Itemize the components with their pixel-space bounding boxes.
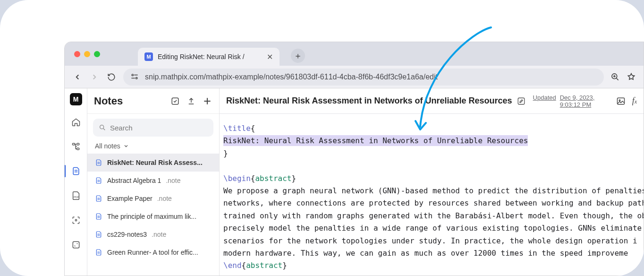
svg-point-36 [619,100,620,101]
svg-point-2 [136,77,137,78]
svg-rect-35 [617,98,624,104]
url-text: snip.mathpix.com/mathpix-example/notes/9… [145,73,597,81]
svg-point-16 [76,243,77,244]
function-icon[interactable]: fx [632,96,637,106]
app-logo-icon[interactable] [70,93,82,105]
svg-rect-10 [76,148,79,149]
svg-rect-34 [518,98,525,104]
reload-button[interactable] [106,72,117,82]
note-label: Example Paper [107,195,153,202]
note-label: Green Runner- A tool for effic... [107,249,198,256]
file-icon [95,195,102,202]
add-note-button[interactable] [202,96,212,106]
bookmark-star-icon[interactable] [627,72,636,82]
file-icon [95,177,102,184]
file-icon [95,249,102,256]
tex-abstract-arg: abstract [246,261,282,270]
tex-title-cmd: \title [223,124,251,133]
back-button[interactable] [72,72,83,82]
tab-title: Editing RiskNet: Neural Risk / [158,53,245,60]
forward-button[interactable] [89,72,100,82]
edit-title-icon[interactable] [517,97,525,105]
all-notes-label: All notes [95,142,120,150]
svg-point-14 [75,219,76,221]
svg-rect-9 [76,143,79,145]
updated-time: Dec 9, 2023, 9:03:12 PM [560,94,611,108]
archive-icon[interactable] [68,237,84,253]
chevron-down-icon [123,143,129,149]
svg-point-0 [132,74,133,76]
minimize-window-icon[interactable] [84,51,90,57]
document-title: RiskNet: Neural Risk Assessment in Netwo… [226,96,512,106]
tab-favicon-icon [144,52,153,61]
browser-toolbar: snip.mathpix.com/mathpix-example/notes/9… [65,66,644,88]
close-window-icon[interactable] [74,51,80,57]
title-text-highlight: RiskNet: Neural Risk Assessment in Netwo… [223,135,528,146]
brace-open: { [251,124,255,133]
select-mode-icon[interactable] [170,96,180,106]
icon-rail: PDF [65,88,87,276]
note-list-item[interactable]: Green Runner- A tool for effic... [87,243,219,261]
zoom-icon[interactable] [610,72,620,82]
note-list-item[interactable]: Abstract Algebra 1.note [87,172,219,190]
home-icon[interactable] [68,114,84,130]
editor-panel: RiskNet: Neural Risk Assessment in Netwo… [220,88,644,276]
notes-head: Notes [87,88,219,114]
svg-line-21 [103,129,105,130]
search-input[interactable]: Search [93,119,213,137]
tab-close-icon[interactable]: ✕ [267,52,273,61]
search-placeholder: Search [110,124,133,132]
browser-tab-active[interactable]: Editing RiskNet: Neural Risk / ✕ [138,48,280,66]
abstract-body: We propose a graph neural network (GNN)-… [223,186,644,258]
upload-icon[interactable] [186,96,196,106]
tab-strip: Editing RiskNet: Neural Risk / ✕ ＋ [65,42,644,66]
note-label: cs229-notes3 [107,231,147,238]
notes-icon[interactable] [68,163,84,179]
brace-close: } [282,261,287,270]
site-settings-icon[interactable] [130,72,140,82]
svg-text:PDF: PDF [73,196,79,198]
url-bar[interactable]: snip.mathpix.com/mathpix-example/notes/9… [123,69,604,86]
note-suffix: .note [166,177,180,184]
all-notes-dropdown[interactable]: All notes [87,140,219,154]
toolbar-right [610,72,636,82]
notes-panel: Notes Search All notes [87,88,220,276]
brace-open: { [251,174,255,183]
maximize-window-icon[interactable] [94,51,100,57]
new-tab-button[interactable]: ＋ [291,49,305,63]
updated-meta[interactable]: Updated Dec 9, 2023, 9:03:12 PM [533,94,611,108]
note-list-item[interactable]: RiskNet: Neural Risk Assess... [87,154,219,172]
note-list-item[interactable]: cs229-notes3.note [87,225,219,243]
brace-close: } [223,149,228,158]
note-list-item[interactable]: The principle of maximum lik... [87,207,219,225]
app-area: PDF Notes [65,88,644,276]
notes-title: Notes [94,95,164,107]
window-controls [74,51,100,57]
code-area[interactable]: \title{ RiskNet: Neural Risk Assessment … [220,114,644,276]
file-icon [95,231,102,238]
image-icon[interactable] [616,96,626,106]
note-label: Abstract Algebra 1 [107,177,161,184]
svg-line-5 [617,78,619,80]
editor-head-right: fx [616,96,637,106]
note-label: The principle of maximum lik... [107,213,196,220]
brace-open: { [242,261,246,270]
tex-end-cmd: \end [223,261,242,270]
page-frame: Editing RiskNet: Neural Risk / ✕ ＋ snip.… [0,0,644,276]
brace-close: } [292,174,297,183]
tex-abstract-arg: abstract [255,174,291,183]
browser-window: Editing RiskNet: Neural Risk / ✕ ＋ snip.… [64,42,644,276]
note-suffix: .note [157,195,172,202]
tex-begin-cmd: \begin [223,174,251,183]
note-list-item[interactable]: Example Paper.note [87,190,219,207]
tree-icon[interactable] [68,138,84,155]
svg-point-20 [100,125,104,129]
svg-rect-17 [172,98,178,104]
updated-label: Updated [533,94,556,108]
note-list: RiskNet: Neural Risk Assess... Abstract … [87,154,219,261]
svg-rect-8 [72,143,75,145]
editor-head: RiskNet: Neural Risk Assessment in Netwo… [220,88,644,114]
scan-icon[interactable] [68,212,84,228]
pdf-icon[interactable]: PDF [68,188,84,204]
svg-rect-15 [73,242,79,248]
